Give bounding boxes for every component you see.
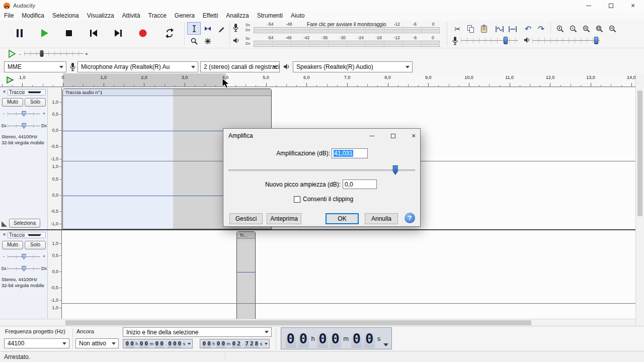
amplification-slider[interactable] bbox=[227, 165, 416, 176]
amplification-input[interactable]: 41,031 bbox=[332, 148, 368, 158]
recording-meter-bars[interactable] bbox=[254, 27, 440, 34]
recording-meter[interactable]: SxDx Fare clic per avviare il monitoragg… bbox=[230, 22, 442, 34]
audio-host-select[interactable]: MME bbox=[4, 61, 66, 72]
recording-channels-select[interactable]: 2 (stereo) canali di registrazi bbox=[200, 61, 280, 72]
vertical-scrollbar-thumb[interactable] bbox=[637, 90, 642, 216]
new-peak-input[interactable]: 0,0 bbox=[343, 179, 377, 189]
menu-item-genera[interactable]: Genera bbox=[171, 11, 199, 21]
fit-selection-button[interactable] bbox=[580, 23, 593, 35]
audio-position-time[interactable]: 00h00m00s bbox=[281, 327, 392, 349]
time-digit[interactable]: 0 bbox=[221, 339, 225, 348]
pan-slider-thumb[interactable] bbox=[22, 123, 26, 129]
close-button[interactable]: × bbox=[622, 0, 644, 11]
selection-tool-button[interactable] bbox=[187, 22, 201, 35]
select-track-button[interactable]: Seleziona bbox=[9, 219, 40, 228]
zoom-out-button[interactable] bbox=[567, 23, 580, 35]
time-digit[interactable]: 2 bbox=[250, 339, 254, 348]
play-speed-slider[interactable] bbox=[24, 48, 84, 59]
time-digit[interactable]: 0 bbox=[155, 339, 159, 348]
play-speed-thumb[interactable] bbox=[40, 50, 44, 57]
menu-item-seleziona[interactable]: Seleziona bbox=[48, 11, 83, 21]
playback-meter-bars[interactable] bbox=[254, 41, 440, 47]
time-digit[interactable]: 0 bbox=[330, 329, 341, 348]
mute-button[interactable]: Muto bbox=[2, 241, 23, 249]
time-digit[interactable]: 0 bbox=[364, 329, 375, 348]
solo-button[interactable]: Solo bbox=[25, 98, 46, 107]
stop-button[interactable] bbox=[57, 22, 80, 44]
cancel-button[interactable]: Annulla bbox=[365, 213, 398, 224]
track-name-menu[interactable]: Traccia audi bbox=[8, 89, 46, 96]
copy-button[interactable] bbox=[464, 23, 477, 35]
time-digit[interactable]: 8 bbox=[255, 339, 259, 348]
time-format-dropdown-icon[interactable] bbox=[383, 343, 388, 346]
redo-button[interactable]: ↷ bbox=[534, 23, 548, 35]
time-digit[interactable]: 0 bbox=[232, 339, 236, 348]
menu-item-modifica[interactable]: Modifica bbox=[18, 11, 48, 21]
pan-slider-thumb[interactable] bbox=[22, 266, 26, 272]
selection-mode-select[interactable]: Inizio e fine della selezione bbox=[123, 327, 272, 337]
paste-button[interactable] bbox=[477, 23, 491, 35]
dialog-close-button[interactable]: × bbox=[408, 131, 420, 141]
manage-button[interactable]: Gestisci bbox=[229, 213, 263, 224]
horizontal-scrollbar-thumb[interactable] bbox=[65, 320, 531, 325]
horizontal-scrollbar[interactable] bbox=[0, 319, 635, 326]
play-button[interactable] bbox=[33, 22, 56, 44]
multi-tool-button[interactable] bbox=[201, 35, 214, 47]
collapse-track-button[interactable] bbox=[2, 221, 7, 227]
time-digit[interactable]: . bbox=[165, 341, 167, 346]
time-digit[interactable]: 0 bbox=[168, 339, 172, 348]
menu-item-strumenti[interactable]: Strumenti bbox=[253, 11, 287, 21]
ok-button[interactable]: OK bbox=[326, 213, 359, 224]
close-track-button[interactable]: × bbox=[2, 232, 7, 237]
menu-item-visualizza[interactable]: Visualizza bbox=[83, 11, 118, 21]
mute-button[interactable]: Muto bbox=[2, 98, 23, 107]
preview-button[interactable]: Anteprima bbox=[267, 213, 301, 224]
recording-volume-slider[interactable] bbox=[461, 35, 518, 46]
vertical-scale-ruler[interactable]: 1,00,50,0-0,5-1,01,00,50,0-0,5-1,0 bbox=[48, 87, 62, 229]
selection-end-time[interactable]: 00h00m02.728s bbox=[200, 339, 270, 348]
help-button[interactable]: ? bbox=[405, 213, 415, 223]
monitoring-hint[interactable]: Fare clic per avviare il monitoraggio bbox=[307, 22, 386, 27]
time-digit[interactable]: . bbox=[242, 341, 244, 346]
allow-clipping-checkbox[interactable]: Consenti il clipping bbox=[294, 196, 353, 203]
time-format-dropdown-icon[interactable] bbox=[265, 343, 268, 345]
close-track-button[interactable]: × bbox=[2, 89, 7, 95]
recording-volume-thumb[interactable] bbox=[504, 37, 508, 44]
gain-slider[interactable]: - + bbox=[1, 252, 47, 260]
selection-start-time[interactable]: 00h00m00.000s bbox=[123, 339, 193, 348]
undo-button[interactable]: ↶ bbox=[521, 23, 535, 35]
menu-item-attivit[interactable]: Attività bbox=[118, 11, 144, 21]
menu-item-analizza[interactable]: Analizza bbox=[222, 11, 253, 21]
time-digit[interactable]: 0 bbox=[173, 339, 177, 348]
trim-audio-button[interactable] bbox=[493, 23, 506, 35]
gain-slider-thumb[interactable] bbox=[22, 254, 26, 259]
audio-clip[interactable]: Tr... bbox=[236, 231, 256, 319]
record-button[interactable] bbox=[131, 22, 154, 44]
draw-tool-button[interactable] bbox=[214, 22, 228, 35]
time-digit[interactable]: 0 bbox=[216, 339, 221, 348]
time-digit[interactable]: 0 bbox=[178, 339, 182, 348]
pan-slider[interactable]: Sx Dx bbox=[1, 264, 47, 273]
envelope-tool-button[interactable] bbox=[201, 22, 214, 35]
solo-button[interactable]: Solo bbox=[25, 241, 46, 249]
play-head-pin-icon[interactable] bbox=[6, 76, 14, 84]
skip-to-end-button[interactable] bbox=[107, 22, 130, 44]
dialog-minimize-button[interactable] bbox=[366, 131, 378, 141]
track-waveform-area[interactable]: Tr... bbox=[62, 230, 635, 319]
timeline-ruler[interactable]: 1,001,02,03,04,05,06,07,08,09,010,011,01… bbox=[0, 73, 635, 87]
zoom-toggle-button[interactable] bbox=[606, 23, 619, 35]
menu-item-aiuto[interactable]: Aiuto bbox=[287, 11, 308, 21]
track-name-menu[interactable]: Traccia audi bbox=[8, 232, 46, 238]
zoom-tool-button[interactable] bbox=[187, 35, 201, 47]
fit-project-button[interactable] bbox=[593, 23, 606, 35]
loop-button[interactable] bbox=[158, 22, 181, 44]
time-digit[interactable]: 0 bbox=[159, 339, 164, 348]
time-digit[interactable]: 0 bbox=[130, 339, 134, 348]
maximize-button[interactable] bbox=[600, 0, 622, 11]
time-digit[interactable]: 0 bbox=[351, 329, 362, 348]
time-digit[interactable]: 2 bbox=[236, 339, 241, 348]
snap-select[interactable]: Non attivo bbox=[75, 338, 119, 348]
time-digit[interactable]: 0 bbox=[139, 339, 144, 348]
minimize-button[interactable] bbox=[578, 0, 600, 11]
project-rate-select[interactable]: 44100 bbox=[4, 338, 69, 348]
